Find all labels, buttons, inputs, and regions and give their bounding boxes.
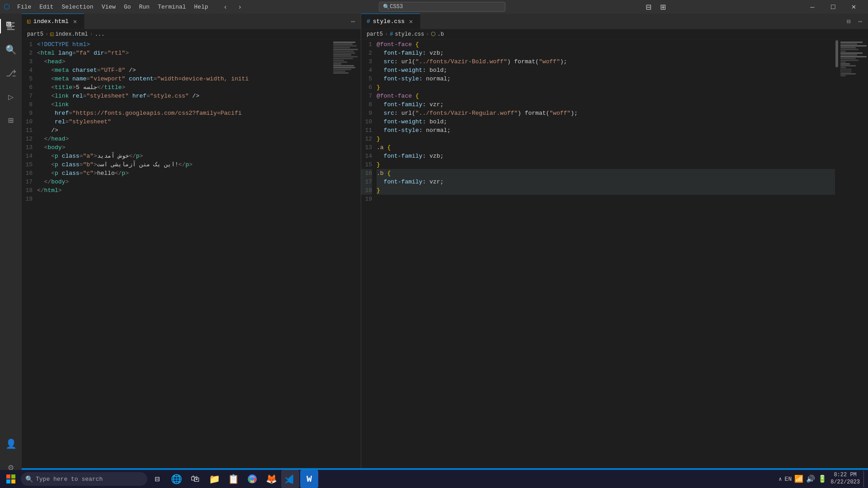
tab-icon-css: # [367,18,370,25]
breadcrumb-scope-left[interactable]: ... [95,31,105,38]
title-search-bar[interactable]: 🔍 CSS3 [379,2,505,12]
layout-grid-icon[interactable]: ⊞ [656,2,669,12]
css-file-icon: # [390,31,393,38]
code-content-left: <!DOCTYPE html><html lang="fa" dir="rtl"… [37,39,331,468]
tray-volume[interactable]: 🔊 [806,474,815,483]
clock-date: 8/22/2023 [830,479,860,486]
breadcrumb-file-left[interactable]: index.html [55,31,88,38]
code-area-right[interactable]: 12345678910111213141516171819 @font-face… [361,39,868,468]
breadcrumb-sep4: › [426,31,429,38]
activity-explorer[interactable]: ▤ [0,15,22,37]
code-content-right: @font-face { font-family: vzb; src: url(… [377,39,835,468]
editor-pane-left: ◱ index.html ✕ ⋯ part5 › ◱ index.html › … [22,14,361,468]
tray-icons: ∧ EN 📶 🔊 🔋 [778,474,827,483]
breadcrumb-sep3: › [385,31,388,38]
menu-terminal[interactable]: Terminal [154,3,189,11]
menu-go[interactable]: Go [120,3,135,11]
clock[interactable]: 8:22 PM 8/22/2023 [830,472,860,486]
title-search-text: CSS3 [390,4,403,10]
tab-icon-html: ◱ [27,18,31,25]
activity-extensions[interactable]: ⊞ [0,109,22,131]
taskbar-chrome[interactable] [243,470,261,488]
editor-layout-icon[interactable]: ⊟ [844,16,854,26]
back-button[interactable]: ‹ [219,2,232,12]
svg-rect-1 [6,474,10,479]
editor-split-button[interactable]: ⋯ [348,16,358,26]
editor-pane-right: # style.css ✕ ⊟ ⋯ part5 › # style.css › [361,14,868,468]
breadcrumb-sep2: › [90,31,93,38]
forward-button[interactable]: › [234,2,246,12]
tab-label-css: style.css [373,18,405,25]
taskbar-app-w[interactable]: W [300,470,318,488]
minimize-button[interactable]: ─ [802,0,823,14]
menu-selection[interactable]: Selection [58,3,97,11]
taskbar-explorer[interactable]: 📁 [205,470,223,488]
tab-actions-left: ⋯ [345,14,361,29]
menu-file[interactable]: File [14,3,35,11]
start-button[interactable] [2,470,20,488]
taskbar-edge[interactable]: 🌐 [167,470,185,488]
activity-run-debug[interactable]: ▷ [0,86,22,108]
tabs-row-right: # style.css ✕ ⊟ ⋯ [361,14,868,29]
taskview-button[interactable]: ⊟ [148,470,166,488]
breadcrumb-part5-left[interactable]: part5 [27,31,43,38]
taskbar-firefox[interactable]: 🦊 [262,470,280,488]
menu-bar: File Edit Selection View Go Run Terminal… [14,3,212,11]
tab-close-html[interactable]: ✕ [71,18,79,25]
line-numbers-left: 12345678910111213141516171819 [22,39,37,468]
show-desktop[interactable] [863,471,866,487]
breadcrumb-file-right[interactable]: style.css [395,31,424,38]
svg-point-7 [250,477,254,481]
maximize-button[interactable]: ☐ [823,0,844,14]
tray-keyboard[interactable]: EN [785,476,792,483]
tab-close-css[interactable]: ✕ [407,18,415,25]
menu-run[interactable]: Run [135,3,153,11]
html-file-icon: ◱ [50,31,53,38]
app-icon: ⬡ [4,2,10,11]
menu-edit[interactable]: Edit [36,3,57,11]
svg-rect-3 [6,479,10,483]
activity-source-control[interactable]: ⎇ [0,62,22,84]
activity-account[interactable]: 👤 [0,433,22,455]
clock-time: 8:22 PM [830,472,860,479]
system-tray: ∧ EN 📶 🔊 🔋 8:22 PM 8/22/2023 [778,471,866,487]
svg-rect-2 [11,474,15,479]
tray-battery[interactable]: 🔋 [818,474,827,483]
breadcrumb-scope-right[interactable]: .b [437,31,443,38]
minimap-left [331,39,361,468]
layout-split-icon[interactable]: ⊟ [642,2,655,12]
line-numbers-right: 12345678910111213141516171819 [361,39,377,468]
close-button[interactable]: ✕ [844,0,864,14]
editor-area: ◱ index.html ✕ ⋯ part5 › ◱ index.html › … [22,14,868,478]
minimap-content-right [839,39,868,79]
breadcrumb-right: part5 › # style.css › ⬡ .b [361,29,868,39]
taskbar-vscode[interactable] [281,470,299,488]
svg-text:▤: ▤ [8,22,10,25]
taskbar-search-label: Type here to search [36,476,103,483]
tab-style-css[interactable]: # style.css ✕ [361,14,420,29]
taskbar-app1[interactable]: 📋 [224,470,242,488]
tray-up-arrow[interactable]: ∧ [778,476,782,483]
scrollbar-right[interactable] [835,39,839,468]
app-body: ▤ 🔍 ⎇ ▷ ⊞ 👤 ⚙ ◱ index.html ✕ [0,14,868,478]
activity-search[interactable]: 🔍 [0,39,22,61]
taskbar: 🔍 Type here to search ⊟ 🌐 🛍 📁 📋 🦊 W ∧ EN… [0,470,868,488]
breadcrumb-sep1: › [45,31,48,38]
menu-view[interactable]: View [98,3,119,11]
taskbar-store[interactable]: 🛍 [186,470,204,488]
menu-help[interactable]: Help [190,3,212,11]
taskbar-search-box[interactable]: 🔍 Type here to search [21,472,147,486]
minimap-right [839,39,868,468]
activity-bar: ▤ 🔍 ⎇ ▷ ⊞ 👤 ⚙ [0,14,22,478]
tabs-row-left: ◱ index.html ✕ ⋯ [22,14,361,29]
minimap-content-left [331,39,361,76]
title-bar: ⬡ File Edit Selection View Go Run Termin… [0,0,868,14]
editor-more-icon[interactable]: ⋯ [855,16,865,26]
css-scope-icon: ⬡ [431,31,435,38]
breadcrumb-part5-right[interactable]: part5 [367,31,383,38]
tray-network[interactable]: 📶 [794,474,803,483]
tab-index-html[interactable]: ◱ index.html ✕ [22,14,85,29]
scrollbar-thumb-right[interactable] [835,40,838,67]
code-area-left[interactable]: 12345678910111213141516171819 <!DOCTYPE … [22,39,361,468]
editors-split: ◱ index.html ✕ ⋯ part5 › ◱ index.html › … [22,14,868,468]
